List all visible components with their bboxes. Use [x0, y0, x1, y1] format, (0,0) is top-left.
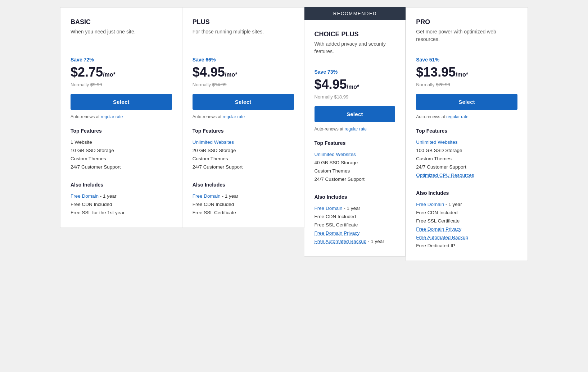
list-item: Custom Themes — [416, 155, 517, 163]
list-item: Custom Themes — [71, 155, 172, 163]
save-badge-choice-plus: Save 73% — [315, 69, 395, 75]
also-feature-link[interactable]: Free Domain Privacy — [416, 226, 461, 232]
price-row-choice-plus: $4.95/mo* — [315, 77, 395, 92]
top-features-list-choice-plus: Unlimited Websites40 GB SSD StorageCusto… — [315, 150, 395, 183]
regular-rate-link-basic[interactable]: regular rate — [101, 114, 123, 119]
auto-renew-choice-plus: Auto-renews at regular rate — [315, 127, 395, 132]
also-includes-title-basic: Also Includes — [71, 182, 172, 188]
plan-description-plus: For those running multiple sites. — [193, 28, 294, 50]
also-feature-link[interactable]: Free Domain Privacy — [315, 230, 360, 236]
list-item: 100 GB SSD Storage — [416, 146, 517, 155]
list-item: Free Domain - 1 year — [193, 192, 294, 200]
top-features-title-pro: Top Features — [416, 128, 517, 134]
auto-renew-pro: Auto-renews at regular rate — [416, 114, 517, 119]
list-item: Free CDN Included — [315, 212, 395, 221]
select-button-basic[interactable]: Select — [71, 94, 172, 110]
select-button-plus[interactable]: Select — [193, 94, 294, 110]
feature-link[interactable]: Unlimited Websites — [315, 152, 356, 157]
list-item: 24/7 Customer Support — [315, 175, 395, 183]
also-feature-link[interactable]: Free Automated Backup — [315, 239, 367, 244]
feature-link[interactable]: Optimized CPU Resources — [416, 173, 474, 178]
price-dollar-plus: $4.95 — [193, 65, 225, 80]
price-normal-basic: Normally $9.99 — [71, 82, 172, 87]
list-item: Free Dedicated IP — [416, 242, 517, 250]
list-item: Free Automated Backup — [416, 233, 517, 242]
recommended-col-wrapper: RECOMMENDEDCHOICE PLUSWith added privacy… — [304, 7, 406, 257]
list-item: 1 Website — [71, 138, 172, 146]
list-item: 24/7 Customer Support — [193, 163, 294, 171]
also-includes-title-plus: Also Includes — [193, 182, 294, 188]
regular-rate-link-pro[interactable]: regular rate — [446, 114, 468, 119]
price-dollar-basic: $2.75 — [71, 65, 103, 80]
also-includes-list-plus: Free Domain - 1 yearFree CDN IncludedFre… — [193, 192, 294, 217]
list-item: 40 GB SSD Storage — [315, 159, 395, 167]
price-row-pro: $13.95/mo* — [416, 65, 517, 80]
also-feature-link[interactable]: Free Domain — [71, 193, 99, 199]
plan-column-pro: PROGet more power with optimized web res… — [406, 7, 528, 261]
regular-rate-link-choice-plus[interactable]: regular rate — [345, 127, 367, 132]
save-badge-pro: Save 51% — [416, 57, 517, 63]
list-item: Free Domain Privacy — [315, 229, 395, 237]
list-item: Free SSL Certificate — [315, 221, 395, 229]
select-button-choice-plus[interactable]: Select — [315, 106, 395, 122]
list-item: Free CDN Included — [416, 208, 517, 217]
list-item: Custom Themes — [193, 155, 294, 163]
plan-name-basic: BASIC — [71, 18, 172, 26]
auto-renew-basic: Auto-renews at regular rate — [71, 114, 172, 119]
also-includes-title-pro: Also Includes — [416, 190, 517, 196]
plan-name-pro: PRO — [416, 18, 517, 26]
list-item: Free Domain - 1 year — [71, 192, 172, 200]
list-item: Free Automated Backup - 1 year — [315, 237, 395, 245]
also-includes-list-basic: Free Domain - 1 yearFree CDN IncludedFre… — [71, 192, 172, 217]
list-item: 10 GB SSD Storage — [71, 146, 172, 155]
select-button-pro[interactable]: Select — [416, 94, 517, 110]
pricing-page: BASICWhen you need just one site.Save 72… — [60, 7, 528, 261]
price-normal-choice-plus: Normally $18.99 — [315, 94, 395, 100]
price-row-plus: $4.95/mo* — [193, 65, 294, 80]
plan-name-choice-plus: CHOICE PLUS — [315, 31, 395, 38]
list-item: Free SSL Certificate — [416, 217, 517, 225]
feature-link[interactable]: Unlimited Websites — [193, 139, 234, 145]
price-dollar-pro: $13.95 — [416, 65, 456, 80]
list-item: Optimized CPU Resources — [416, 171, 517, 179]
list-item: Unlimited Websites — [315, 150, 395, 159]
price-mo-choice-plus: /mo* — [347, 84, 359, 90]
plan-description-basic: When you need just one site. — [71, 28, 172, 50]
plan-name-plus: PLUS — [193, 18, 294, 26]
top-features-list-plus: Unlimited Websites20 GB SSD StorageCusto… — [193, 138, 294, 171]
list-item: Free SSL for the 1st year — [71, 208, 172, 217]
plan-description-choice-plus: With added privacy and security features… — [315, 40, 395, 62]
save-badge-basic: Save 72% — [71, 57, 172, 63]
top-features-list-basic: 1 Website10 GB SSD StorageCustom Themes2… — [71, 138, 172, 171]
list-item: Free SSL Certificate — [193, 208, 294, 217]
price-mo-basic: /mo* — [103, 72, 116, 78]
top-features-list-pro: Unlimited Websites100 GB SSD StorageCust… — [416, 138, 517, 179]
list-item: Unlimited Websites — [193, 138, 294, 146]
save-badge-plus: Save 66% — [193, 57, 294, 63]
plan-description-pro: Get more power with optimized web resour… — [416, 28, 517, 50]
list-item: Free CDN Included — [193, 200, 294, 208]
also-feature-link[interactable]: Free Domain — [315, 206, 343, 211]
also-feature-link[interactable]: Free Automated Backup — [416, 235, 468, 240]
list-item: Free Domain - 1 year — [416, 200, 517, 208]
top-features-title-plus: Top Features — [193, 128, 294, 134]
price-mo-pro: /mo* — [456, 72, 468, 78]
price-normal-pro: Normally $28.99 — [416, 82, 517, 87]
list-item: Free CDN Included — [71, 200, 172, 208]
list-item: 24/7 Customer Support — [416, 163, 517, 171]
also-feature-link[interactable]: Free Domain — [193, 193, 221, 199]
price-row-basic: $2.75/mo* — [71, 65, 172, 80]
auto-renew-plus: Auto-renews at regular rate — [193, 114, 294, 119]
list-item: Unlimited Websites — [416, 138, 517, 146]
also-feature-link[interactable]: Free Domain — [416, 202, 444, 207]
top-features-title-choice-plus: Top Features — [315, 140, 395, 146]
price-dollar-choice-plus: $4.95 — [315, 77, 347, 92]
price-normal-plus: Normally $14.99 — [193, 82, 294, 87]
plan-column-choice-plus: CHOICE PLUSWith added privacy and securi… — [304, 20, 406, 257]
list-item: 24/7 Customer Support — [71, 163, 172, 171]
regular-rate-link-plus[interactable]: regular rate — [223, 114, 245, 119]
also-includes-list-choice-plus: Free Domain - 1 yearFree CDN IncludedFre… — [315, 204, 395, 245]
price-mo-plus: /mo* — [225, 72, 238, 78]
feature-link[interactable]: Unlimited Websites — [416, 139, 457, 145]
plan-column-basic: BASICWhen you need just one site.Save 72… — [60, 7, 182, 228]
